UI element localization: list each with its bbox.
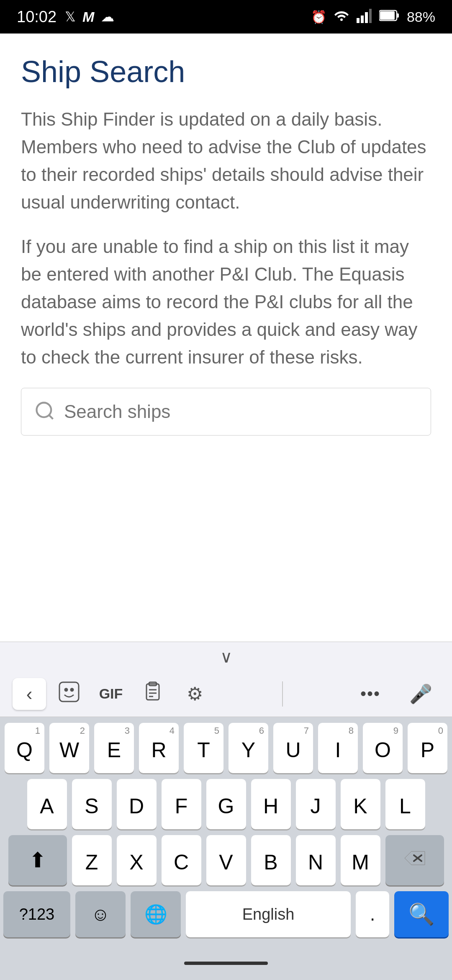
svg-rect-2 <box>361 15 364 23</box>
key-f[interactable]: F <box>162 779 201 829</box>
key-y[interactable]: 6Y <box>229 723 268 773</box>
svg-rect-6 <box>397 13 399 18</box>
svg-rect-13 <box>146 684 159 700</box>
symbols-label: ?123 <box>19 905 55 923</box>
search-container[interactable] <box>21 388 431 436</box>
description-paragraph-1: This Ship Finder is updated on a daily b… <box>21 106 431 216</box>
key-j[interactable]: J <box>296 779 336 829</box>
period-key[interactable]: . <box>356 891 389 937</box>
status-right: ⏰ 88% <box>311 8 435 26</box>
key-q[interactable]: 1Q <box>5 723 44 773</box>
bottom-nav <box>0 946 452 980</box>
key-row-2: A S D F G H J K L <box>3 779 449 829</box>
description-paragraph-2: If you are unable to find a ship on this… <box>21 233 431 371</box>
key-u[interactable]: 7U <box>273 723 313 773</box>
more-dots-icon: ••• <box>360 684 380 703</box>
keyboard-mic-button[interactable]: 🎤 <box>402 677 439 711</box>
period-label: . <box>370 904 375 925</box>
emoji-icon <box>58 681 80 707</box>
home-indicator <box>184 962 268 965</box>
page-title: Ship Search <box>21 54 431 89</box>
status-time: 10:02 <box>17 8 56 26</box>
shift-key[interactable]: ⬆ <box>8 835 67 885</box>
clipboard-icon <box>141 681 164 707</box>
search-enter-key[interactable]: 🔍 <box>394 891 449 937</box>
key-c[interactable]: C <box>162 835 201 885</box>
key-k[interactable]: K <box>341 779 380 829</box>
key-e[interactable]: 3E <box>94 723 134 773</box>
keyboard-emoji-button[interactable] <box>50 677 88 711</box>
keyboard-settings-button[interactable]: ⚙ <box>176 677 213 711</box>
shift-icon: ⬆ <box>29 848 46 872</box>
svg-point-0 <box>340 18 343 21</box>
key-x[interactable]: X <box>117 835 157 885</box>
keyboard-area: ∨ ‹ GIF <box>0 642 452 980</box>
main-content: Ship Search This Ship Finder is updated … <box>0 34 452 448</box>
status-left: 10:02 𝕏 M ☁ <box>17 8 114 26</box>
svg-line-9 <box>49 415 53 419</box>
keyboard-toolbar: ‹ GIF <box>0 671 452 717</box>
key-r[interactable]: 4R <box>139 723 179 773</box>
space-label: English <box>242 905 295 923</box>
key-l[interactable]: L <box>385 779 425 829</box>
key-t[interactable]: 5T <box>184 723 223 773</box>
microphone-icon: 🎤 <box>409 683 432 705</box>
alarm-icon: ⏰ <box>311 10 326 24</box>
backspace-icon <box>402 849 427 872</box>
keyboard-back-button[interactable]: ‹ <box>13 678 46 710</box>
signal-icon <box>357 8 372 26</box>
key-row-4: ?123 ☺ 🌐 English . 🔍 <box>3 891 449 937</box>
back-chevron-icon: ‹ <box>26 683 33 704</box>
svg-rect-4 <box>369 9 372 23</box>
key-row-1: 1Q 2W 3E 4R 5T 6Y 7U 8I 9O 0P <box>3 723 449 773</box>
toolbar-left: ‹ GIF <box>13 677 213 711</box>
key-m[interactable]: M <box>341 835 380 885</box>
key-d[interactable]: D <box>117 779 157 829</box>
battery-percent: 88% <box>407 9 435 25</box>
key-b[interactable]: B <box>251 835 291 885</box>
svg-rect-3 <box>365 12 368 23</box>
key-w[interactable]: 2W <box>49 723 89 773</box>
gear-icon: ⚙ <box>187 683 203 704</box>
wifi-icon <box>334 8 349 26</box>
symbols-key[interactable]: ?123 <box>3 891 70 937</box>
twitter-icon: 𝕏 <box>65 9 76 25</box>
key-v[interactable]: V <box>206 835 246 885</box>
key-z[interactable]: Z <box>72 835 112 885</box>
key-i[interactable]: 8I <box>318 723 358 773</box>
svg-rect-1 <box>357 18 360 23</box>
gmail-icon: M <box>82 9 94 25</box>
key-o[interactable]: 9O <box>363 723 403 773</box>
collapse-chevron-icon: ∨ <box>220 647 232 666</box>
gif-label: GIF <box>99 686 123 702</box>
keyboard-keys: 1Q 2W 3E 4R 5T 6Y 7U 8I 9O 0P A S D F G … <box>0 717 452 946</box>
status-bar: 10:02 𝕏 M ☁ ⏰ <box>0 0 452 34</box>
globe-key[interactable]: 🌐 <box>131 891 181 937</box>
search-input[interactable] <box>64 401 418 422</box>
key-s[interactable]: S <box>72 779 112 829</box>
globe-icon: 🌐 <box>144 903 167 925</box>
key-p[interactable]: 0P <box>408 723 447 773</box>
space-key[interactable]: English <box>186 891 351 937</box>
search-enter-icon: 🔍 <box>408 902 434 926</box>
svg-point-12 <box>71 689 73 691</box>
key-g[interactable]: G <box>206 779 246 829</box>
emoji-key[interactable]: ☺ <box>75 891 126 937</box>
keyboard-gif-button[interactable]: GIF <box>92 677 130 711</box>
search-icon <box>34 400 56 423</box>
cloud-icon: ☁ <box>101 9 114 25</box>
battery-icon <box>379 9 399 25</box>
keyboard-more-button[interactable]: ••• <box>352 677 389 711</box>
key-h[interactable]: H <box>251 779 291 829</box>
backspace-key[interactable] <box>385 835 444 885</box>
svg-rect-10 <box>59 682 79 701</box>
key-n[interactable]: N <box>296 835 336 885</box>
emoji-face-icon: ☺ <box>91 904 110 925</box>
svg-point-8 <box>37 403 51 418</box>
key-a[interactable]: A <box>27 779 67 829</box>
key-row-3: ⬆ Z X C V B N M <box>3 835 449 885</box>
svg-point-11 <box>65 689 67 691</box>
keyboard-clipboard-button[interactable] <box>134 677 172 711</box>
keyboard-collapse[interactable]: ∨ <box>0 642 452 671</box>
svg-rect-7 <box>380 11 395 20</box>
